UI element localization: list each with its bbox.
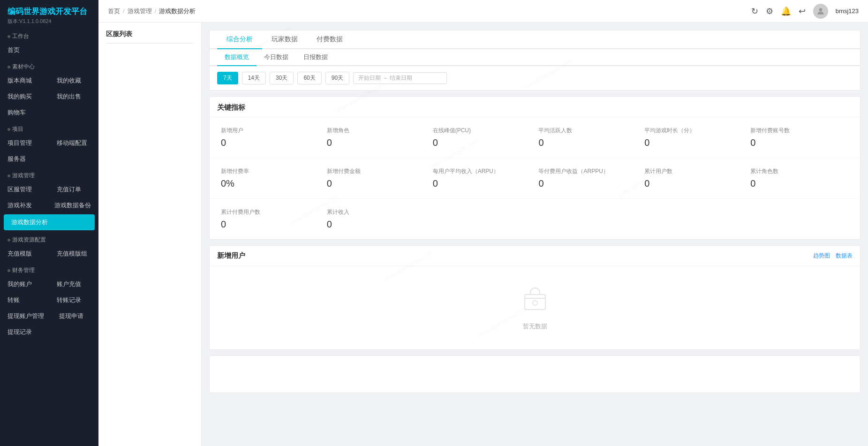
- date-btn-14[interactable]: 14天: [242, 72, 266, 84]
- metric-total-roles: 累计角色数 0: [747, 163, 853, 194]
- metric-avg-playtime: 平均游戏时长（分） 0: [641, 122, 747, 153]
- data-table-link[interactable]: 数据表: [836, 252, 853, 260]
- empty-text: 暂无数据: [523, 322, 547, 331]
- main-wrap: 首页 / 游戏管理 / 游戏数据分析 ↻ ⚙ 🔔 ↩ bmsj123 区服列表: [98, 0, 868, 446]
- sub-tab-daily[interactable]: 日报数据: [296, 49, 335, 66]
- sidebar-item-account-recharge[interactable]: 账户充值: [49, 276, 98, 292]
- new-users-title: 新增用户: [217, 251, 245, 260]
- new-users-header: 新增用户 趋势图 数据表: [210, 246, 860, 266]
- sub-tab-bar: 数据概览 今日数据 日报数据: [210, 49, 860, 66]
- sidebar-item-version-store[interactable]: 版本商城: [0, 73, 49, 89]
- sub-tab-overview[interactable]: 数据概览: [217, 49, 257, 66]
- tab-player[interactable]: 玩家数据: [262, 30, 307, 49]
- sidebar-item-my-collection[interactable]: 我的收藏: [49, 73, 98, 89]
- trend-chart-link[interactable]: 趋势图: [813, 252, 830, 260]
- section-label-resource: 游戏资源配置: [0, 231, 98, 246]
- date-btn-7[interactable]: 7天: [217, 72, 238, 84]
- breadcrumb-current: 游戏数据分析: [159, 7, 196, 15]
- sidebar-item-withdraw-apply[interactable]: 提现申请: [52, 308, 98, 324]
- logout-icon[interactable]: ↩: [799, 6, 806, 16]
- breadcrumb-sep1: /: [123, 8, 125, 15]
- svg-point-0: [819, 8, 823, 11]
- metric-arpu: 每用户平均收入（ARPU） 0: [429, 163, 535, 194]
- start-date-placeholder: 开始日期: [358, 74, 381, 82]
- sidebar-item-transfer[interactable]: 转账: [0, 292, 49, 308]
- metrics-row-1: 新增用户 0 新增角色 0 在线峰值(PCU) 0 平均活跃人数 0: [210, 117, 860, 158]
- sidebar-row-project: 项目管理 移动端配置: [0, 135, 98, 151]
- avatar[interactable]: [813, 4, 828, 19]
- header-username[interactable]: bmsj123: [836, 8, 859, 15]
- sidebar-row-purchase: 我的购买 我的出售: [0, 89, 98, 105]
- sidebar-row-bonus: 游戏补发 游戏数据备份: [0, 197, 98, 213]
- main-tab-bar: 综合分析 玩家数据 付费数据: [210, 30, 860, 49]
- new-users-actions: 趋势图 数据表: [813, 252, 853, 260]
- section-label-finance: 财务管理: [0, 262, 98, 276]
- content-area: 区服列表 综合分析 玩家数据 付费数据 数据概览 今日数据 日报数据 7天: [98, 23, 868, 446]
- sidebar-item-withdraw-record[interactable]: 提现记录: [0, 324, 98, 340]
- sidebar-item-home[interactable]: 首页: [0, 42, 98, 58]
- end-date-placeholder: 结束日期: [390, 74, 412, 82]
- sidebar-item-cart[interactable]: 购物车: [0, 105, 98, 121]
- metric-arppu: 等付费用户收益（ARPPU） 0: [535, 163, 641, 194]
- metric-pay-amount: 新增付费金额 0: [323, 163, 429, 194]
- metric-total-income: 累计收入 0: [323, 204, 429, 234]
- breadcrumb-sep2: /: [155, 8, 157, 15]
- sidebar-item-recharge-template-group[interactable]: 充值模版组: [49, 246, 98, 262]
- metric-pcu: 在线峰值(PCU) 0: [429, 122, 535, 153]
- sidebar-item-game-backup[interactable]: 游戏数据备份: [47, 197, 98, 213]
- sidebar-item-my-purchase[interactable]: 我的购买: [0, 89, 49, 105]
- svg-rect-1: [525, 295, 545, 310]
- sidebar-item-recharge-template[interactable]: 充值模版: [0, 246, 49, 262]
- sub-tab-today[interactable]: 今日数据: [257, 49, 296, 66]
- sidebar-row-zone: 区服管理 充值订单: [0, 181, 98, 197]
- sidebar-item-project-mgmt[interactable]: 项目管理: [0, 135, 49, 151]
- breadcrumb-home[interactable]: 首页: [108, 7, 120, 15]
- sidebar-row-recharge-template: 充值模版 充值模版组: [0, 246, 98, 262]
- metrics-row-2: 新增付费率 0% 新增付费金额 0 每用户平均收入（ARPU） 0 等付费用户收…: [210, 158, 860, 198]
- key-metrics-card: 关键指标 新增用户 0 新增角色 0 在线峰值(PCU) 0: [209, 96, 860, 240]
- header: 首页 / 游戏管理 / 游戏数据分析 ↻ ⚙ 🔔 ↩ bmsj123: [98, 0, 868, 23]
- sidebar-row-store: 版本商城 我的收藏: [0, 73, 98, 89]
- sidebar-item-recharge-order[interactable]: 充值订单: [49, 181, 98, 197]
- sidebar-item-transfer-record[interactable]: 转账记录: [49, 292, 98, 308]
- tab-comprehensive[interactable]: 综合分析: [217, 30, 262, 49]
- new-users-empty: 暂无数据: [210, 266, 860, 349]
- sidebar-item-zone-mgmt[interactable]: 区服管理: [0, 181, 49, 197]
- section-label-game-mgmt: 游戏管理: [0, 167, 98, 181]
- bell-icon[interactable]: 🔔: [781, 6, 791, 16]
- metric-avg-active: 平均活跃人数 0: [535, 122, 641, 153]
- sidebar-item-my-sale[interactable]: 我的出售: [49, 89, 98, 105]
- metric-new-users: 新增用户 0: [217, 122, 323, 153]
- sidebar-logo: 编码世界游戏开发平台 版本:V1.1.1.0.0824: [0, 0, 98, 28]
- breadcrumb: 首页 / 游戏管理 / 游戏数据分析: [108, 7, 747, 15]
- date-btn-90[interactable]: 90天: [325, 72, 349, 84]
- breadcrumb-game-mgmt[interactable]: 游戏管理: [128, 7, 152, 15]
- tab-payment[interactable]: 付费数据: [307, 30, 352, 49]
- metric-total-users: 累计用户数 0: [641, 163, 747, 194]
- new-users-card: 新增用户 趋势图 数据表 暂无数据: [209, 245, 860, 350]
- refresh-icon[interactable]: ↻: [751, 6, 758, 16]
- sidebar-item-game-data[interactable]: 游戏数据分析: [4, 214, 95, 230]
- sidebar-item-my-account[interactable]: 我的账户: [0, 276, 49, 292]
- metrics-title: 关键指标: [210, 97, 860, 117]
- date-filter: 7天 14天 30天 60天 90天 开始日期 ~ 结束日期: [210, 66, 860, 90]
- sidebar-item-withdraw-account[interactable]: 提现账户管理: [0, 308, 52, 324]
- section-label-assets: 素材中心: [0, 58, 98, 73]
- bottom-placeholder-card: [209, 355, 860, 393]
- logo-version: 版本:V1.1.1.0.0824: [8, 18, 91, 25]
- sidebar-item-game-bonus[interactable]: 游戏补发: [0, 197, 47, 213]
- settings-icon[interactable]: ⚙: [766, 6, 773, 16]
- date-btn-30[interactable]: 30天: [270, 72, 294, 84]
- date-separator: ~: [384, 75, 387, 82]
- sidebar-item-mobile-config[interactable]: 移动端配置: [49, 135, 98, 151]
- empty-icon: [521, 285, 549, 317]
- left-panel: 区服列表: [98, 23, 202, 446]
- header-icons: ↻ ⚙ 🔔 ↩ bmsj123: [751, 4, 859, 19]
- sidebar-item-server[interactable]: 服务器: [0, 151, 98, 167]
- tabs-card: 综合分析 玩家数据 付费数据 数据概览 今日数据 日报数据 7天 14天 30天…: [209, 30, 860, 91]
- date-range-picker[interactable]: 开始日期 ~ 结束日期: [353, 72, 447, 84]
- date-btn-60[interactable]: 60天: [297, 72, 321, 84]
- section-label-project: 项目: [0, 121, 98, 135]
- sidebar-row-transfer: 转账 转账记录: [0, 292, 98, 308]
- zone-list-title: 区服列表: [106, 30, 194, 44]
